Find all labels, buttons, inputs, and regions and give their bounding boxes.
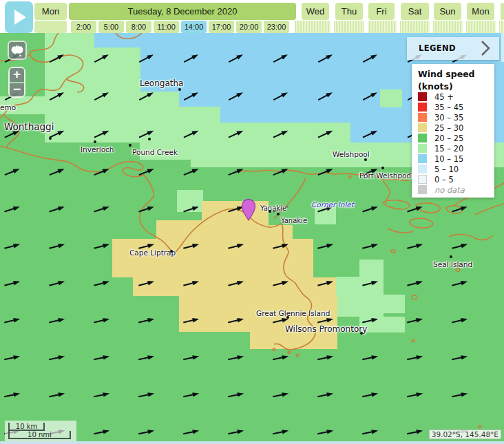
- legend-swatch: [418, 103, 427, 112]
- legend-swatch: [418, 165, 427, 173]
- legend-label: 20 – 25: [434, 134, 463, 143]
- day-tab-partial[interactable]: [501, 3, 504, 20]
- legend-swatch: [418, 144, 427, 153]
- legend-label: no data: [434, 185, 465, 195]
- legend-swatch: [418, 134, 427, 142]
- legend-label: 30 – 35: [434, 113, 463, 123]
- time-tab-5:00[interactable]: 5:00: [98, 21, 124, 33]
- time-tab-14:00[interactable]: 14:00: [181, 21, 207, 33]
- stripe-divider: [364, 21, 368, 33]
- time-tab-11:00[interactable]: 11:00: [154, 21, 179, 33]
- stripe-divider: [397, 21, 400, 33]
- time-tab-17:00[interactable]: 17:00: [209, 21, 234, 33]
- time-tab-8:00[interactable]: 8:00: [126, 21, 151, 33]
- scale-km: 10 km: [8, 423, 45, 431]
- day-tab-fri[interactable]: Fri: [368, 3, 395, 20]
- legend-label: 15 – 20: [434, 144, 463, 154]
- day-tab-sat[interactable]: Sat: [401, 3, 429, 20]
- legend-swatch: [418, 175, 427, 184]
- zoom-out-button[interactable]: −: [10, 83, 24, 97]
- zoom-in-button[interactable]: +: [10, 68, 24, 82]
- stripe-divider: [463, 21, 466, 33]
- legend-swatch: [418, 123, 427, 132]
- australia-icon: [9, 42, 25, 59]
- time-stub: [34, 21, 67, 33]
- legend-panel: Wind speed (knots) 45 +35 – 4530 – 3525 …: [412, 64, 494, 198]
- stripe-divider: [496, 21, 499, 33]
- wind-map-app: Mon Tuesday, 8 December 2020 WedThuFriSa…: [0, 0, 504, 444]
- scale-bar: 10 km 10 nmi: [5, 421, 76, 441]
- legend-swatch: [418, 113, 427, 122]
- page-edge: [0, 441, 504, 444]
- legend-label: 10 – 15: [434, 154, 463, 164]
- legend-label: 35 – 45: [434, 103, 463, 112]
- legend-units: (knots): [418, 81, 453, 92]
- map[interactable]: emoLeongathaWonthaggiInverlochPound Cree…: [0, 33, 504, 441]
- legend-header[interactable]: LEGEND: [407, 37, 499, 60]
- time-tab-23:00[interactable]: 23:00: [264, 21, 289, 33]
- legend-label: 5 – 10: [434, 165, 459, 174]
- day-tab-sun[interactable]: Sun: [434, 3, 461, 20]
- legend-label: 45 +: [434, 92, 454, 102]
- stripe-divider: [330, 21, 334, 33]
- stripe-divider: [430, 21, 433, 33]
- day-tab-mon[interactable]: Mon: [467, 3, 494, 20]
- legend-variable: Wind speed: [418, 69, 475, 79]
- legend-swatch: [418, 92, 427, 101]
- toolbar: Mon Tuesday, 8 December 2020 WedThuFriSa…: [0, 0, 504, 33]
- day-tab-prev[interactable]: Mon: [34, 3, 67, 20]
- legend-title: LEGEND: [419, 43, 456, 53]
- time-tab-20:00[interactable]: 20:00: [236, 21, 262, 33]
- zoom-controls: + −: [8, 67, 25, 98]
- time-tab-2:00[interactable]: 2:00: [71, 21, 96, 33]
- day-tab-thu[interactable]: Thu: [335, 3, 363, 20]
- coordinates-readout: 39.02°S, 145.48°E: [429, 430, 501, 439]
- date-title: Tuesday, 8 December 2020: [69, 3, 296, 20]
- legend-label: 25 – 30: [434, 123, 463, 133]
- play-icon: [14, 10, 26, 25]
- day-tab-wed[interactable]: Wed: [302, 3, 329, 20]
- play-button[interactable]: [5, 1, 33, 33]
- legend-label: 0 – 5: [434, 175, 454, 184]
- scale-nmi: 10 nmi: [8, 431, 71, 439]
- legend-swatch: [418, 154, 427, 163]
- legend-swatch: [418, 185, 427, 194]
- home-extent-button[interactable]: [8, 41, 27, 60]
- chevron-right-icon: [479, 39, 492, 57]
